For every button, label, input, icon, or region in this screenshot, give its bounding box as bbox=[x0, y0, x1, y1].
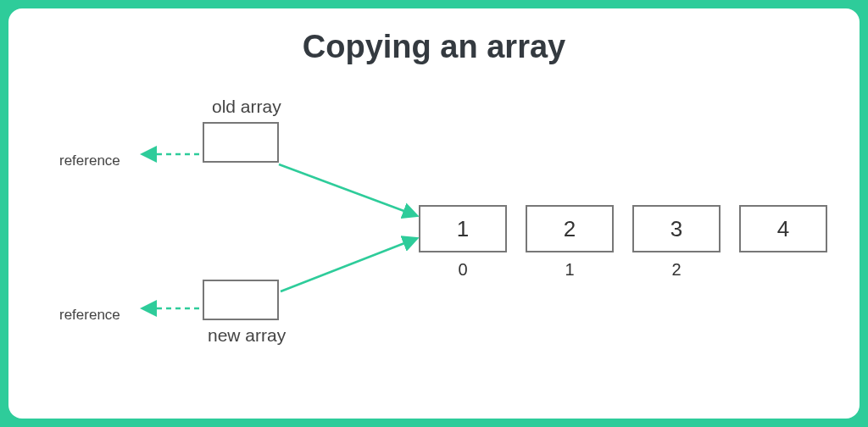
new-array-reference-label: reference bbox=[59, 307, 120, 324]
array-index: 1 bbox=[526, 260, 614, 280]
old-array-label: old array bbox=[212, 97, 281, 117]
new-array-box bbox=[203, 280, 279, 320]
array-index: 2 bbox=[632, 260, 721, 280]
array-index: 0 bbox=[419, 260, 507, 280]
old-array-box bbox=[203, 122, 279, 163]
diagram-title: Copying an array bbox=[8, 29, 860, 65]
new-array-label: new array bbox=[208, 325, 286, 346]
array-cell: 3 bbox=[632, 205, 721, 252]
array-cell: 1 bbox=[419, 205, 507, 252]
array-cell: 2 bbox=[526, 205, 614, 252]
old-to-array-arrow-icon bbox=[279, 164, 415, 215]
diagram-frame: Copying an array reference old array ref… bbox=[8, 8, 860, 419]
old-array-reference-label: reference bbox=[59, 152, 120, 169]
new-to-array-arrow-icon bbox=[281, 239, 415, 291]
array-cell: 4 bbox=[739, 205, 827, 252]
